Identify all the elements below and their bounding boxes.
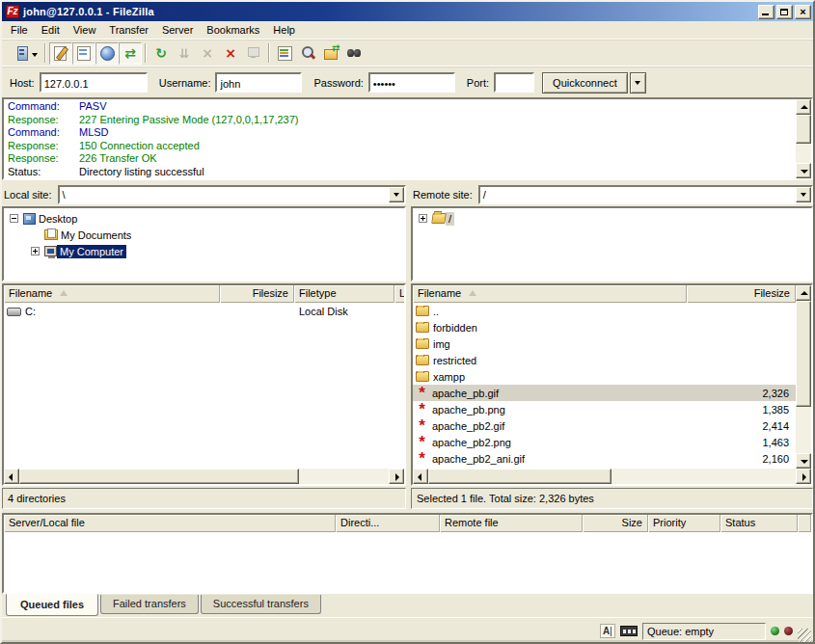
menu-item-edit[interactable]: Edit xyxy=(35,22,67,39)
host-input[interactable] xyxy=(40,72,148,93)
local-hscrollbar[interactable] xyxy=(4,469,404,484)
column-header-priority[interactable]: Priority xyxy=(648,515,720,532)
queue-tabs: Queued filesFailed transfersSuccessful t… xyxy=(2,594,813,617)
disconnect-icon[interactable]: × xyxy=(219,42,242,65)
password-input[interactable] xyxy=(368,72,455,93)
column-header-filename[interactable]: Filename xyxy=(4,285,220,303)
expander-plus-icon[interactable] xyxy=(31,247,40,255)
tree-item-my-documents[interactable]: My Documents xyxy=(4,227,404,243)
column-header-status[interactable]: Status xyxy=(720,515,798,532)
file-row[interactable]: *apache_pb.png1,385 xyxy=(413,401,796,417)
open-folder-icon xyxy=(431,213,447,224)
site-manager-icon[interactable] xyxy=(5,42,41,65)
folder-icon xyxy=(416,355,429,365)
minimize-icon[interactable] xyxy=(758,5,774,19)
file-name: restricted xyxy=(433,355,476,366)
speed-limit-icon[interactable] xyxy=(620,626,638,636)
menu-item-server[interactable]: Server xyxy=(155,22,200,39)
username-input[interactable] xyxy=(215,72,302,93)
column-header-directi-[interactable]: Directi... xyxy=(336,515,440,532)
file-row[interactable]: *apache_pb2_ani.gif2,160 xyxy=(413,450,796,467)
log-line-text: Directory listing successful xyxy=(79,166,204,179)
scroll-left-icon[interactable] xyxy=(413,469,428,484)
ascii-data-type-icon[interactable] xyxy=(600,624,615,638)
local-site-combo[interactable]: \ xyxy=(58,185,406,204)
menu-item-file[interactable]: File xyxy=(4,22,35,39)
file-row[interactable]: forbidden xyxy=(413,319,796,335)
menu-item-view[interactable]: View xyxy=(67,22,103,39)
scroll-right-icon[interactable] xyxy=(796,469,811,484)
tree-item--[interactable]: / xyxy=(413,210,811,227)
toggle-local-tree-icon[interactable] xyxy=(72,42,95,65)
expander-minus-icon[interactable] xyxy=(10,214,18,223)
scroll-down-icon[interactable] xyxy=(796,453,811,469)
compare-icon[interactable] xyxy=(296,42,319,65)
scroll-up-icon[interactable] xyxy=(796,99,811,115)
toggle-transfer-queue-icon[interactable]: ⇄ xyxy=(119,42,142,65)
message-log-scrollbar[interactable] xyxy=(796,99,811,178)
remote-site-label: Remote site: xyxy=(411,189,478,201)
port-input[interactable] xyxy=(494,72,534,93)
chevron-down-icon[interactable] xyxy=(796,187,811,202)
toggle-message-log-icon[interactable] xyxy=(49,42,72,65)
title-bar: Fz john@127.0.0.1 - FileZilla × xyxy=(2,2,813,21)
column-header-label: Filetype xyxy=(299,287,337,299)
column-header-blank[interactable] xyxy=(798,515,811,532)
column-header-l[interactable]: L xyxy=(394,285,405,303)
column-header-filetype[interactable]: Filetype xyxy=(294,285,394,303)
remote-hscrollbar[interactable] xyxy=(413,469,811,484)
menu-item-transfer[interactable]: Transfer xyxy=(102,22,155,39)
menu-item-bookmarks[interactable]: Bookmarks xyxy=(200,22,266,39)
column-header-size[interactable]: Size xyxy=(583,515,648,532)
sync-browsing-icon[interactable]: ⇄ xyxy=(319,42,342,65)
file-row[interactable]: *apache_pb2.png1,463 xyxy=(413,434,796,450)
file-row[interactable]: C:Local Disk xyxy=(4,303,404,319)
filezilla-window: Fz john@127.0.0.1 - FileZilla × FileEdit… xyxy=(0,0,815,644)
file-row[interactable]: *apache_pb2.gif2,414 xyxy=(413,417,796,434)
column-header-remote-file[interactable]: Remote file xyxy=(440,515,583,532)
image-file-icon: * xyxy=(416,387,428,400)
scroll-up-icon[interactable] xyxy=(796,285,811,301)
remote-vscrollbar[interactable] xyxy=(796,285,811,469)
tab-failed-transfers[interactable]: Failed transfers xyxy=(100,595,199,614)
column-header-filesize[interactable]: Filesize xyxy=(687,285,796,303)
menu-item-help[interactable]: Help xyxy=(266,22,302,39)
tab-successful-transfers[interactable]: Successful transfers xyxy=(201,595,321,614)
tree-item-label: My Computer xyxy=(57,245,126,258)
file-row[interactable]: .. xyxy=(413,303,796,319)
tree-item-desktop[interactable]: Desktop xyxy=(4,210,404,227)
file-row[interactable]: *apache_pb.gif2,326 xyxy=(413,385,796,401)
file-row[interactable]: img xyxy=(413,335,796,352)
quickconnect-dropdown-icon[interactable] xyxy=(630,72,646,94)
scroll-right-icon[interactable] xyxy=(389,469,404,484)
scroll-down-icon[interactable] xyxy=(796,163,811,178)
resize-grip[interactable] xyxy=(798,629,811,642)
column-header-filename[interactable]: Filename xyxy=(413,285,687,303)
remote-site-combo[interactable]: / xyxy=(478,185,813,204)
quickconnect-button[interactable]: Quickconnect xyxy=(542,72,628,94)
expander-plus-icon[interactable] xyxy=(419,214,427,223)
log-line-label: Command: xyxy=(8,126,79,140)
file-row[interactable]: xampp xyxy=(413,368,796,385)
column-header-server-local-file[interactable]: Server/Local file xyxy=(4,515,336,532)
refresh-icon[interactable]: ↻ xyxy=(149,42,173,65)
local-site-row: Local site: \ xyxy=(2,184,406,205)
file-row[interactable]: restricted xyxy=(413,352,796,368)
tab-queued-files[interactable]: Queued files xyxy=(6,594,98,616)
port-label: Port: xyxy=(467,77,489,89)
close-icon[interactable]: × xyxy=(795,5,811,19)
column-header-filesize[interactable]: Filesize xyxy=(220,285,294,303)
tree-item-my-computer[interactable]: My Computer xyxy=(4,243,404,259)
password-label: Password: xyxy=(313,77,363,89)
sort-ascending-icon xyxy=(469,290,476,296)
log-line: Response:227 Entering Passive Mode (127,… xyxy=(8,114,792,127)
find-icon[interactable] xyxy=(342,42,366,65)
file-name: apache_pb.png xyxy=(432,404,505,416)
chevron-down-icon[interactable] xyxy=(389,187,404,202)
file-name-cell: *apache_pb2.png xyxy=(413,436,687,449)
toggle-remote-tree-icon[interactable] xyxy=(95,42,119,65)
maximize-icon[interactable] xyxy=(776,5,793,19)
filter-icon[interactable] xyxy=(273,42,296,65)
log-line-text: PASV xyxy=(79,100,107,114)
scroll-left-icon[interactable] xyxy=(4,469,19,484)
